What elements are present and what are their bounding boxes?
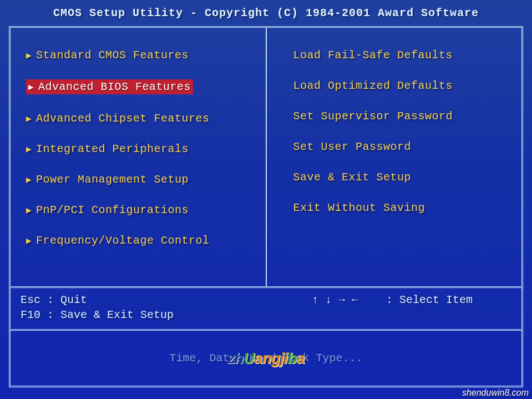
triangle-right-icon: ▶	[26, 144, 36, 155]
menu-label: Load Optimized Defaults	[293, 79, 453, 92]
help-select-item: : Select Item	[386, 294, 473, 306]
watermark-logo-icon: zhUangjiba	[227, 350, 305, 367]
menu-user-password[interactable]: Set User Password	[282, 140, 506, 153]
menu-advanced-bios[interactable]: ▶ Advanced BIOS Features	[26, 79, 193, 94]
menu-exit-no-save[interactable]: Exit Without Saving	[282, 201, 506, 214]
triangle-right-icon: ▶	[26, 235, 36, 246]
menu-label: Load Fail-Safe Defaults	[293, 49, 453, 62]
bios-setup-screen: CMOS Setup Utility - Copyright (C) 1984-…	[0, 0, 532, 399]
triangle-right-icon: ▶	[26, 174, 36, 185]
triangle-right-icon: ▶	[26, 113, 36, 124]
triangle-right-icon: ▶	[26, 205, 36, 216]
menu-label: Save & Exit Setup	[293, 171, 412, 184]
menu-pnp-pci[interactable]: ▶ PnP/PCI Configurations	[26, 204, 250, 216]
title-bar: CMOS Setup Utility - Copyright (C) 1984-…	[4, 4, 528, 26]
menu-power-management[interactable]: ▶ Power Management Setup	[26, 173, 250, 186]
watermark-text: shenduwin8.com	[462, 388, 529, 398]
triangle-right-icon: ▶	[26, 50, 36, 61]
triangle-right-icon: ▶	[28, 82, 38, 93]
help-esc: Esc : Quit	[21, 294, 174, 306]
menu-label: PnP/PCI Configurations	[36, 204, 189, 216]
menu-label: Set User Password	[293, 140, 412, 153]
menu-label: Set Supervisor Password	[293, 110, 453, 123]
help-right: ↑ ↓ → ← : Select Item	[312, 294, 506, 324]
menu-label: Integrated Peripherals	[36, 143, 189, 155]
menu-label: Frequency/Voltage Control	[36, 234, 210, 247]
menu-label: Advanced BIOS Features	[38, 80, 191, 93]
right-menu-column: Load Fail-Safe Defaults Load Optimized D…	[267, 28, 522, 286]
menu-label: Power Management Setup	[36, 173, 189, 186]
main-menu-frame: ▶ Standard CMOS Features ▶ Advanced BIOS…	[9, 26, 523, 288]
help-bar: Esc : Quit F10 : Save & Exit Setup ↑ ↓ →…	[9, 288, 523, 331]
menu-label: Exit Without Saving	[293, 201, 425, 214]
menu-frequency-voltage[interactable]: ▶ Frequency/Voltage Control	[26, 234, 250, 247]
menu-advanced-chipset[interactable]: ▶ Advanced Chipset Features	[26, 112, 250, 125]
menu-label: Standard CMOS Features	[36, 49, 189, 62]
help-left: Esc : Quit F10 : Save & Exit Setup	[21, 294, 174, 324]
menu-standard-cmos[interactable]: ▶ Standard CMOS Features	[26, 49, 250, 62]
status-line-frame: Time, Date, Hard Disk Type... zhUangjiba	[9, 331, 523, 387]
menu-supervisor-password[interactable]: Set Supervisor Password	[282, 110, 506, 123]
help-f10: F10 : Save & Exit Setup	[21, 309, 174, 321]
menu-save-exit[interactable]: Save & Exit Setup	[282, 171, 506, 184]
left-menu-column: ▶ Standard CMOS Features ▶ Advanced BIOS…	[11, 28, 267, 286]
menu-load-optimized[interactable]: Load Optimized Defaults	[282, 79, 506, 92]
menu-integrated-peripherals[interactable]: ▶ Integrated Peripherals	[26, 143, 250, 155]
arrow-keys-icon: ↑ ↓ → ←	[312, 294, 358, 306]
menu-label: Advanced Chipset Features	[36, 112, 210, 125]
menu-load-failsafe[interactable]: Load Fail-Safe Defaults	[282, 49, 506, 62]
